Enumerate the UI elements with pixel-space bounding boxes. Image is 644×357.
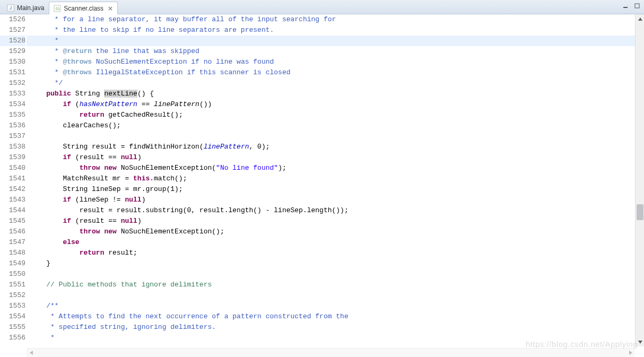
maximize-icon[interactable] xyxy=(633,2,641,10)
line-number: 1546 xyxy=(0,227,25,237)
vertical-scrollbar[interactable] xyxy=(635,14,644,346)
line-number: 1538 xyxy=(0,142,25,152)
class-file-icon: 01 xyxy=(54,5,61,12)
line-number: 1526 xyxy=(0,14,25,25)
line-number: 1549 xyxy=(0,258,25,269)
window-controls xyxy=(622,2,641,10)
line-number: 1534 xyxy=(0,99,25,110)
line-number: 1537 xyxy=(0,131,25,142)
line-number: 1530 xyxy=(0,57,25,67)
line-number: 1542 xyxy=(0,184,25,195)
line-number: 1545 xyxy=(0,216,25,227)
line-number: 1544 xyxy=(0,205,25,216)
tab-scanner-class[interactable]: 01 Scanner.class xyxy=(49,2,118,14)
line-number: 1531 xyxy=(0,67,25,78)
minimize-icon[interactable] xyxy=(622,2,629,10)
line-number-gutter: 1526152715281529153015311532153315341535… xyxy=(0,14,27,346)
scroll-right-icon[interactable] xyxy=(626,349,635,358)
line-number: 1547 xyxy=(0,237,25,248)
line-number: 1532 xyxy=(0,78,25,89)
line-number: 1539 xyxy=(0,152,25,163)
svg-text:J: J xyxy=(10,5,12,11)
code-content[interactable]: * for a line separator, it may buffer al… xyxy=(27,14,644,346)
line-number: 1527 xyxy=(0,25,25,36)
line-number: 1536 xyxy=(0,120,25,131)
close-icon[interactable] xyxy=(108,6,113,11)
line-number: 1550 xyxy=(0,269,25,280)
line-number: 1551 xyxy=(0,280,25,290)
java-file-icon: J xyxy=(7,4,14,12)
scroll-left-icon[interactable] xyxy=(27,349,36,358)
tab-main-java[interactable]: J Main.java xyxy=(2,1,49,14)
scroll-up-icon[interactable] xyxy=(636,14,644,23)
svg-rect-5 xyxy=(635,4,639,8)
horizontal-scrollbar[interactable] xyxy=(27,348,635,357)
line-number: 1554 xyxy=(0,311,25,322)
svg-text:01: 01 xyxy=(56,7,60,11)
tab-bar: J Main.java 01 Scanner.class xyxy=(0,0,644,14)
line-number: 1548 xyxy=(0,248,25,258)
line-number: 1543 xyxy=(0,195,25,205)
editor-area: 1526152715281529153015311532153315341535… xyxy=(0,14,644,346)
line-number: 1529 xyxy=(0,46,25,57)
svg-rect-4 xyxy=(623,7,628,8)
line-number: 1555 xyxy=(0,322,25,333)
scrollbar-thumb[interactable] xyxy=(637,204,643,220)
line-number: 1556 xyxy=(0,333,25,343)
tab-label: Scanner.class xyxy=(64,5,103,12)
line-number: 1553 xyxy=(0,301,25,311)
line-number: 1540 xyxy=(0,163,25,173)
line-number: 1528 xyxy=(0,36,25,46)
tab-label: Main.java xyxy=(17,4,44,12)
scroll-down-icon[interactable] xyxy=(636,337,644,346)
line-number: 1541 xyxy=(0,173,25,184)
line-number: 1533 xyxy=(0,89,25,99)
line-number: 1535 xyxy=(0,110,25,120)
line-number: 1552 xyxy=(0,290,25,301)
